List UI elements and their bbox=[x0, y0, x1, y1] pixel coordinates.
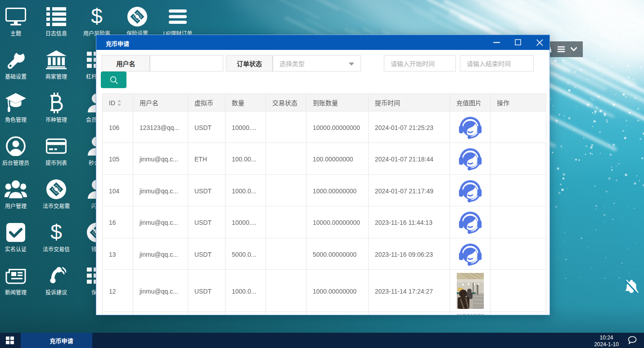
svg-text:$: $ bbox=[91, 7, 103, 27]
svg-text:$: $ bbox=[50, 223, 62, 242]
